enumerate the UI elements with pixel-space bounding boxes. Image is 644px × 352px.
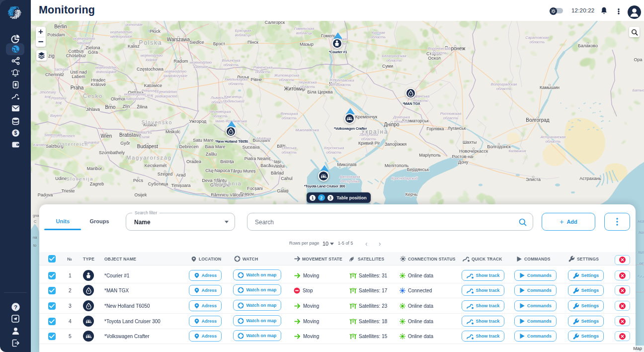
svg-text:Одеська: Одеська (282, 146, 296, 150)
svg-text:Osijek: Osijek (134, 192, 147, 197)
svg-text:Österreich: Österreich (58, 141, 88, 147)
svg-text:Брэсцкая: Брэсцкая (235, 28, 251, 33)
svg-text:Волинська: Волинська (222, 58, 241, 63)
svg-text:Миколаїв: Миколаїв (337, 162, 357, 167)
svg-text:Labem: Labem (72, 74, 85, 79)
svg-text:вобласць: вобласць (296, 31, 312, 35)
svg-text:pomorskie: pomorskie (125, 22, 143, 27)
svg-text:Cahul: Cahul (281, 176, 293, 181)
svg-text:Камышин: Камышин (540, 85, 560, 90)
svg-text:Pécs: Pécs (133, 178, 144, 183)
svg-text:România: România (214, 180, 242, 186)
svg-text:область: область (282, 116, 297, 120)
svg-text:Plzeňský: Plzeňský (51, 96, 67, 100)
svg-text:Płock: Płock (150, 29, 161, 34)
svg-text:область: область (361, 137, 377, 141)
svg-text:Steiermark: Steiermark (44, 133, 63, 137)
svg-text:Arad: Arad (176, 173, 185, 177)
svg-text:Satu Mare: Satu Mare (193, 138, 214, 143)
svg-text:Králové: Králové (91, 82, 106, 87)
svg-text:Polska: Polska (139, 39, 162, 46)
svg-text:область: область (394, 119, 409, 124)
svg-text:podkarpackie: podkarpackie (155, 94, 177, 98)
svg-text:Žilina: Žilina (137, 104, 148, 109)
svg-text:Дону: Дону (458, 160, 469, 165)
svg-text:область: область (336, 83, 351, 87)
svg-text:Мелітополь: Мелітополь (385, 163, 409, 168)
svg-text:Миколаївська: Миколаївська (295, 128, 319, 132)
svg-text:Ужгород: Ужгород (189, 119, 207, 124)
svg-text:Мазыр: Мазыр (300, 42, 314, 47)
svg-text:Maribor: Maribor (87, 166, 102, 171)
svg-text:Автономна: Автономна (339, 175, 360, 179)
svg-text:Potsdam: Potsdam (47, 32, 65, 37)
svg-text:Калмыкия: Калмыкия (508, 149, 526, 153)
svg-text:?: ? (13, 304, 17, 310)
svg-text:Alföld és: Alföld és (137, 130, 152, 135)
svg-text:Гомельская: Гомельская (294, 26, 315, 31)
svg-text:Воронежская: Воронежская (428, 46, 451, 51)
svg-text:Galați: Galați (277, 188, 289, 193)
svg-text:Балаково: Балаково (578, 43, 598, 48)
svg-text:Житомирська: Житомирська (274, 73, 299, 78)
svg-text:Оскол: Оскол (428, 56, 441, 61)
svg-text:Chóśebuz: Chóśebuz (66, 53, 86, 58)
svg-text:gna: gna (33, 213, 39, 218)
svg-text:Біла Церква: Біла Церква (308, 89, 333, 94)
svg-text:область: область (229, 82, 244, 86)
svg-text:HIJI: HIJI (638, 219, 644, 224)
svg-text:Волгоградская: Волгоградская (491, 82, 517, 87)
svg-text:Oradea: Oradea (186, 159, 201, 164)
svg-text:Kärnten: Kärnten (33, 143, 46, 147)
svg-text:Debrecen: Debrecen (179, 144, 198, 149)
svg-text:Focșani: Focșani (247, 186, 263, 191)
svg-text:Вінницька: Вінницька (280, 111, 298, 116)
svg-text:Луганськ: Луганськ (448, 126, 466, 131)
svg-text:kraj: kraj (45, 94, 51, 99)
svg-text:Кривий Ріг: Кривий Ріг (358, 141, 381, 146)
svg-text:województwo: województwo (164, 69, 187, 74)
svg-text:Волгоград: Волгоград (526, 117, 550, 123)
svg-text:kraj: kraj (56, 100, 62, 105)
svg-text:Bayern: Bayern (50, 113, 62, 118)
svg-text:Bistrița: Bistrița (220, 159, 234, 164)
svg-text:to: to (33, 243, 36, 248)
svg-text:łódzkie: łódzkie (146, 58, 157, 62)
svg-text:Кременчук: Кременчук (355, 114, 378, 119)
svg-text:Черкаська: Черкаська (299, 80, 317, 85)
svg-text:Berlin: Berlin (54, 24, 67, 29)
svg-text:Warszawa: Warszawa (167, 37, 190, 42)
svg-text:Астрахань: Астрахань (579, 176, 601, 181)
svg-text:Suceava: Suceava (242, 145, 259, 150)
svg-text:область: область (282, 150, 297, 155)
svg-text:область: область (326, 150, 342, 155)
svg-text:Radom: Radom (173, 59, 188, 64)
svg-text:Szeged: Szeged (158, 172, 173, 176)
svg-text:область: область (224, 63, 239, 67)
svg-text:Râmnicu Vâlcea: Râmnicu Vâlcea (211, 192, 243, 197)
svg-text:Slovenija: Slovenija (67, 176, 94, 181)
svg-text:область: область (496, 87, 512, 91)
svg-text:Республіка: Республіка (340, 179, 359, 183)
svg-text:область: область (546, 139, 561, 144)
svg-text:Trieste: Trieste (61, 188, 75, 193)
svg-text:Zalău: Zalău (206, 152, 217, 157)
svg-text:hizi: hizi (639, 230, 644, 235)
svg-text:Батыс: Батыс (633, 88, 644, 92)
svg-text:kraj: kraj (147, 93, 153, 97)
svg-text:Рівненська: Рівненська (253, 65, 272, 70)
svg-text:Бердянськ: Бердянськ (407, 167, 429, 172)
svg-text:Брэст: Брэст (213, 41, 225, 46)
svg-text:lubuskie: lubuskie (77, 41, 91, 45)
svg-text:Элиста: Элиста (526, 177, 541, 182)
svg-text:Bacău: Bacău (260, 163, 273, 168)
svg-text:Jihlava: Jihlava (86, 107, 100, 112)
svg-text:małopolskie: małopolskie (125, 96, 145, 101)
svg-text:область: область (279, 78, 295, 82)
svg-text:Baia Mare: Baia Mare (205, 144, 225, 149)
svg-text:województwo: województwo (95, 65, 118, 70)
svg-text:область: область (387, 58, 402, 63)
svg-text:область: область (300, 85, 316, 89)
svg-text:Белгородская: Белгородская (382, 54, 406, 58)
svg-text:na: na (33, 235, 37, 240)
